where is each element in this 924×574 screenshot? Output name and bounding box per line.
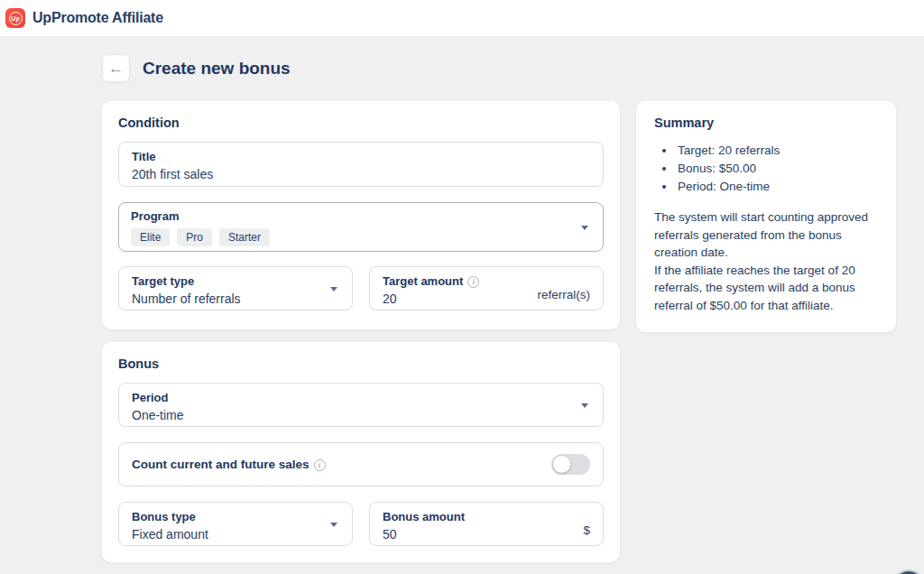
bonus-amount-field[interactable]: Bonus amount 50 $	[369, 502, 604, 546]
program-chips: Elite Pro Starter	[131, 228, 591, 246]
summary-list: Target: 20 referrals Bonus: $50.00 Perio…	[676, 142, 878, 196]
chevron-down-icon	[330, 287, 337, 292]
condition-heading: Condition	[118, 116, 604, 130]
bonus-type-value: Fixed amount	[132, 526, 339, 542]
toggle-knob	[553, 456, 570, 473]
program-label: Program	[131, 209, 591, 224]
bonus-amount-suffix: $	[583, 523, 590, 537]
info-icon: i	[467, 276, 479, 288]
count-sales-label: Count current and future salesi	[132, 458, 326, 471]
count-sales-toggle[interactable]	[551, 454, 590, 475]
uppromote-logo-icon: Up	[5, 8, 25, 28]
bonus-type-label: Bonus type	[132, 510, 339, 524]
target-amount-field[interactable]: Target amounti 20 referral(s)	[369, 266, 604, 310]
target-amount-label: Target amounti	[383, 274, 590, 289]
period-value: One-time	[132, 407, 590, 423]
summary-item: Target: 20 referrals	[676, 142, 878, 160]
top-bar: Up UpPromote Affiliate	[0, 0, 924, 37]
title-field-label: Title	[132, 150, 590, 164]
summary-paragraph-line: If the affiliate reaches the target of 2…	[654, 262, 878, 315]
title-field-value: 20th first sales	[132, 166, 590, 182]
bonus-amount-value: 50	[383, 526, 590, 542]
target-amount-suffix: referral(s)	[537, 288, 590, 301]
bonus-amount-label: Bonus amount	[383, 510, 590, 524]
back-arrow-icon: ←	[108, 60, 124, 78]
target-type-select[interactable]: Target type Number of referrals	[118, 266, 353, 310]
target-type-label: Target type	[132, 274, 339, 289]
program-chip[interactable]: Pro	[177, 228, 212, 246]
program-chip[interactable]: Starter	[219, 228, 270, 246]
period-label: Period	[132, 391, 590, 405]
summary-heading: Summary	[654, 116, 878, 130]
summary-item: Bonus: $50.00	[676, 160, 878, 178]
bonus-card: Bonus Period One-time Count current and …	[102, 342, 620, 562]
program-select[interactable]: Program Elite Pro Starter	[118, 202, 604, 252]
page-title: Create new bonus	[143, 59, 291, 79]
chevron-down-icon	[581, 226, 588, 230]
title-field[interactable]: Title 20th first sales	[118, 142, 604, 187]
info-icon: i	[314, 459, 326, 471]
app-title: UpPromote Affiliate	[32, 10, 163, 26]
bonus-heading: Bonus	[118, 356, 604, 371]
bonus-type-select[interactable]: Bonus type Fixed amount	[118, 502, 353, 546]
condition-card: Condition Title 20th first sales Program…	[102, 101, 620, 329]
summary-item: Period: One-time	[676, 178, 878, 196]
logo-monogram: Up	[9, 12, 23, 25]
target-row: Target type Number of referrals Target a…	[118, 266, 604, 310]
back-button[interactable]: ←	[102, 54, 130, 82]
count-sales-row: Count current and future salesi	[118, 442, 604, 486]
target-type-value: Number of referrals	[132, 291, 339, 307]
chevron-down-icon	[581, 403, 588, 408]
summary-card: Summary Target: 20 referrals Bonus: $50.…	[636, 101, 896, 332]
chevron-down-icon	[330, 523, 337, 527]
summary-paragraph-line: The system will start counting approved …	[654, 208, 878, 262]
bonus-row: Bonus type Fixed amount Bonus amount 50 …	[118, 502, 604, 546]
program-chip[interactable]: Elite	[131, 228, 170, 246]
chat-widget-button[interactable]	[892, 569, 924, 574]
summary-paragraph: The system will start counting approved …	[654, 208, 878, 314]
period-select[interactable]: Period One-time	[118, 383, 604, 427]
page-header: ← Create new bonus	[102, 54, 291, 82]
